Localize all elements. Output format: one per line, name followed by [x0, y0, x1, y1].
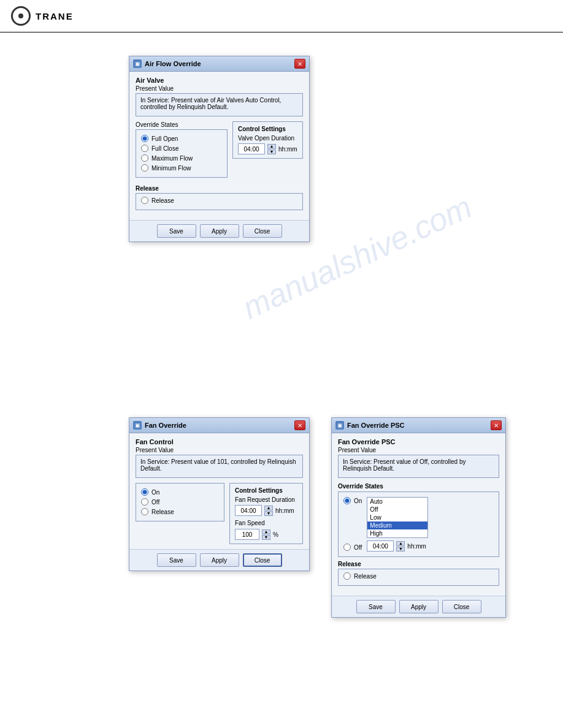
fan-time-spinner-up[interactable]: ▲	[264, 506, 273, 510]
airflow-save-btn[interactable]: Save	[157, 224, 196, 238]
fan-psc-save-btn[interactable]: Save	[356, 600, 396, 613]
fan-psc-spinner: ▲ ▼	[396, 541, 405, 552]
airflow-radio-fullopen-input[interactable]	[141, 135, 148, 142]
fan-radio-off: Off	[141, 498, 219, 506]
airflow-release-radio[interactable]	[141, 197, 148, 204]
airflow-radio-fullopen-label: Full Open	[151, 135, 178, 142]
fan-psc-release-label: Release	[338, 561, 499, 567]
fan-psc-listbox-auto[interactable]: Auto	[367, 498, 427, 506]
header: TRANE	[0, 0, 563, 32]
airflow-spinner-up[interactable]: ▲	[267, 144, 276, 149]
fan-psc-listbox-off[interactable]: Off	[367, 506, 427, 514]
fan-psc-close-btn[interactable]: ✕	[491, 420, 502, 430]
fan-override-body: Fan Control Present Value In Service: Pr…	[129, 433, 309, 549]
airflow-radio-minflow-label: Minimum Flow	[151, 165, 191, 172]
fan-psc-override-states-box: On Off Auto Off Low Medium	[338, 491, 499, 557]
airflow-radio-maxflow-input[interactable]	[141, 154, 148, 162]
fan-psc-radio-off-label: Off	[354, 544, 362, 551]
airflow-apply-btn[interactable]: Apply	[200, 224, 239, 238]
fan-psc-section-label: Fan Override PSC	[338, 438, 499, 446]
fan-psc-footer: Save Apply Close	[332, 596, 505, 617]
airflow-control-settings-title: Control Settings	[238, 126, 297, 132]
fan-present-value-label: Present Value	[136, 447, 303, 453]
fan-psc-listbox-low[interactable]: Low	[367, 514, 427, 521]
airflow-radio-fullclose-input[interactable]	[141, 145, 148, 152]
airflow-footer: Save Apply Close	[129, 220, 309, 241]
airflow-dialog-icon: ▣	[133, 59, 142, 68]
fan-time-input[interactable]	[235, 505, 262, 516]
airflow-release-label: Release	[136, 185, 303, 192]
fan-request-duration-label: Fan Request Duration	[235, 496, 297, 503]
airflow-radio-minflow: Minimum Flow	[141, 164, 222, 172]
fan-time-spinner-down[interactable]: ▼	[264, 511, 273, 516]
airflow-spinner: ▲ ▼	[267, 144, 276, 154]
airflow-valve-open-duration-label: Valve Open Duration	[238, 135, 297, 142]
airflow-titlebar: ▣ Air Flow Override ✕	[129, 56, 309, 72]
airflow-release-radio-label: Release	[151, 197, 174, 204]
airflow-radio-minflow-input[interactable]	[141, 164, 148, 172]
fan-psc-listbox[interactable]: Auto Off Low Medium High	[367, 497, 428, 538]
airflow-override-and-control: Override States Full Open Full Close	[136, 121, 303, 181]
fan-speed-unit: %	[273, 531, 278, 538]
fan-psc-time-input[interactable]	[367, 540, 394, 552]
fan-speed-spinner-down[interactable]: ▼	[262, 535, 270, 540]
fan-override-close-btn[interactable]: ✕	[294, 420, 305, 430]
fan-radio-on-label: On	[151, 489, 159, 496]
fan-save-btn[interactable]: Save	[157, 553, 196, 567]
fan-override-titlebar: ▣ Fan Override ✕	[129, 418, 309, 433]
fan-time-row: ▲ ▼ hh:mm	[235, 505, 297, 516]
airflow-radio-fullclose: Full Close	[141, 145, 222, 152]
airflow-close-btn[interactable]: ✕	[294, 59, 305, 69]
fan-radio-release: Release	[141, 508, 219, 515]
airflow-release-box: Release	[136, 193, 303, 210]
fan-psc-radio-on-input[interactable]	[343, 497, 351, 504]
airflow-time-row: ▲ ▼ hh:mm	[238, 143, 297, 154]
airflow-override-dialog: ▣ Air Flow Override ✕ Air Valve Present …	[129, 56, 310, 242]
fan-radio-on-input[interactable]	[141, 488, 148, 496]
fan-psc-time-unit: hh:mm	[407, 543, 426, 550]
fan-psc-titlebar: ▣ Fan Override PSC ✕	[332, 418, 505, 433]
fan-psc-apply-btn[interactable]: Apply	[399, 600, 439, 613]
fan-override-title-text: Fan Override	[145, 422, 186, 429]
fan-speed-spinner-up[interactable]: ▲	[262, 529, 270, 534]
airflow-spinner-down[interactable]: ▼	[267, 150, 276, 154]
fan-psc-radio-off-input[interactable]	[343, 544, 351, 551]
fan-speed-spinner: ▲ ▼	[262, 529, 270, 540]
airflow-release-radio-row: Release	[141, 197, 297, 204]
fan-psc-listbox-medium[interactable]: Medium	[367, 521, 427, 529]
fan-present-value-box: In Service: Present value of 101, contro…	[136, 455, 303, 478]
fan-control-settings-box: Control Settings Fan Request Duration ▲ …	[229, 483, 303, 544]
airflow-control-settings-box: Control Settings Valve Open Duration ▲ ▼…	[232, 121, 303, 159]
fan-speed-input[interactable]	[235, 529, 259, 540]
fan-override-states: On Off Release	[136, 483, 224, 525]
fan-speed-label: Fan Speed	[235, 520, 297, 526]
airflow-control-settings: Control Settings Valve Open Duration ▲ ▼…	[232, 121, 303, 159]
logo-icon	[11, 6, 31, 26]
fan-radio-off-label: Off	[151, 499, 159, 506]
airflow-title-text: Air Flow Override	[145, 60, 201, 67]
fan-apply-btn[interactable]: Apply	[200, 553, 239, 567]
fan-override-dialog-icon: ▣	[133, 421, 142, 430]
fan-radio-off-input[interactable]	[141, 498, 148, 506]
air-valve-label: Air Valve	[136, 77, 303, 84]
fan-override-dialog: ▣ Fan Override ✕ Fan Control Present Val…	[129, 417, 310, 571]
fan-psc-spinner-down[interactable]: ▼	[396, 547, 405, 552]
fan-psc-close-btn-footer[interactable]: Close	[442, 600, 481, 613]
airflow-override-states: Override States Full Open Full Close	[136, 121, 228, 181]
airflow-present-value-box: In Service: Present value of Air Valves …	[136, 93, 303, 116]
fan-psc-present-value-sublabel: Present Value	[338, 447, 499, 453]
airflow-radio-maxflow: Maximum Flow	[141, 154, 222, 162]
fan-psc-spinner-up[interactable]: ▲	[396, 541, 405, 546]
fan-radio-release-input[interactable]	[141, 508, 148, 515]
fan-close-btn-footer[interactable]: Close	[243, 553, 282, 567]
fan-psc-listbox-high[interactable]: High	[367, 529, 427, 537]
fan-psc-right-controls: Auto Off Low Medium High ▲ ▼	[367, 497, 494, 552]
logo-text: TRANE	[36, 11, 74, 21]
fan-override-footer: Save Apply Close	[129, 549, 309, 571]
airflow-close-btn-footer[interactable]: Close	[243, 224, 282, 238]
fan-time-spinner: ▲ ▼	[264, 506, 273, 516]
fan-psc-release-radio[interactable]	[343, 572, 351, 580]
airflow-time-input[interactable]	[238, 143, 265, 154]
fan-psc-radio-on: On	[343, 497, 362, 504]
fan-override-psc-dialog: ▣ Fan Override PSC ✕ Fan Override PSC Pr…	[331, 417, 506, 618]
